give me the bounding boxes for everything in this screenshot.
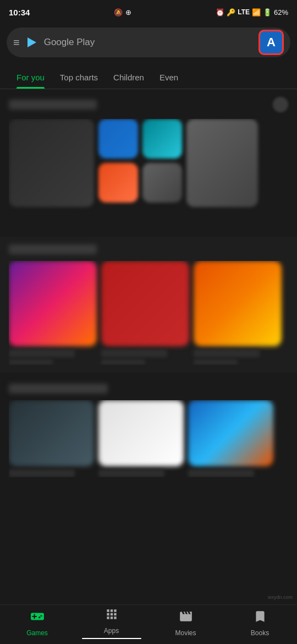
wide-card-sublabel-2 [101, 359, 145, 365]
battery-percent: 62% [274, 8, 288, 17]
section-3 [0, 376, 297, 485]
section-2-cards-row [9, 261, 288, 365]
nav-books[interactable]: Books [223, 609, 297, 637]
wide-card-label-1 [9, 350, 75, 357]
side-cards-group [98, 119, 138, 229]
movies-icon [179, 609, 193, 627]
nav-movies[interactable]: Movies [148, 609, 223, 637]
apps-label: Apps [104, 627, 119, 635]
status-time: 10:34 [9, 8, 30, 17]
section-1-header [9, 97, 288, 112]
watermark: wxydn.com [268, 594, 293, 600]
wide-card-icon-2 [101, 261, 189, 346]
app-card-s3-2[interactable] [98, 400, 184, 477]
section-3-cards-row [9, 400, 288, 477]
lte-icon: LTE [238, 8, 250, 16]
wide-card-sublabel-1 [9, 359, 53, 365]
app-card-s3-3[interactable] [188, 400, 273, 477]
s3-card-icon-1 [9, 400, 94, 466]
section-1-action-blur [273, 97, 288, 112]
avatar-letter: A [267, 35, 276, 50]
movies-label: Movies [175, 629, 196, 637]
s3-card-label-2 [98, 470, 164, 477]
user-avatar[interactable]: A [258, 30, 284, 55]
wide-card-icon-3 [194, 261, 282, 346]
nav-games[interactable]: Games [0, 609, 74, 637]
search-placeholder[interactable]: Google Play [44, 37, 253, 48]
s3-card-icon-3 [188, 400, 273, 466]
wide-card-sublabel-3 [194, 359, 238, 365]
wide-card-label-2 [101, 350, 167, 357]
tab-events[interactable]: Even [152, 73, 186, 89]
apps-icon [105, 607, 119, 625]
tab-top-charts[interactable]: Top charts [52, 73, 106, 89]
app-card-wide-2[interactable] [101, 261, 189, 365]
section-3-header [9, 384, 288, 394]
section-1-title-blur [9, 100, 97, 110]
s3-card-icon-2 [98, 400, 184, 466]
tab-children[interactable]: Children [106, 73, 152, 89]
section-1-cards-row [9, 119, 288, 229]
section-2-header [9, 244, 288, 254]
app-card-small-4[interactable] [142, 163, 182, 203]
main-content [0, 89, 297, 604]
app-card-s3-1[interactable] [9, 400, 94, 477]
key-icon: 🔑 [227, 8, 235, 17]
app-card-small-1[interactable] [98, 119, 138, 159]
games-icon [30, 609, 45, 627]
app-card-small-3[interactable] [142, 119, 182, 159]
apps-underline [82, 638, 141, 639]
books-label: Books [251, 629, 269, 637]
s3-card-label-1 [9, 470, 75, 477]
nav-apps[interactable]: Apps [74, 607, 148, 639]
featured-app-card-2[interactable] [186, 119, 258, 207]
alarm-icon: ⏰ [216, 8, 224, 17]
search-bar[interactable]: ≡ Google Play A [7, 28, 290, 57]
section-2 [0, 237, 297, 373]
tab-bar: For you Top charts Children Even [0, 61, 297, 89]
section-3-title-blur [9, 384, 108, 394]
section-1 [0, 89, 297, 233]
location-icon: ⊕ [125, 8, 131, 17]
featured-app-card-1[interactable] [9, 119, 94, 207]
battery-icon: 🔋 [263, 8, 272, 17]
app-card-wide-3[interactable] [194, 261, 282, 365]
books-icon [253, 609, 267, 627]
wide-card-icon-1 [9, 261, 97, 346]
status-bar: 10:34 🔕 ⊕ ⏰ 🔑 LTE 📶 🔋 62% [0, 0, 297, 24]
app-card-small-2[interactable] [98, 163, 138, 203]
notification-icon: 🔕 [114, 8, 123, 17]
s3-card-label-3 [188, 470, 254, 477]
status-right: ⏰ 🔑 LTE 📶 🔋 62% [216, 8, 288, 17]
play-triangle-icon [28, 37, 36, 47]
wide-card-label-3 [194, 350, 260, 357]
app-card-wide-1[interactable] [9, 261, 97, 365]
signal-icon: 📶 [252, 8, 261, 17]
status-icons: 🔕 ⊕ [114, 8, 131, 17]
games-label: Games [26, 629, 48, 637]
section-2-title-blur [9, 244, 97, 254]
bottom-nav: Games Apps Movies Books [0, 604, 297, 644]
tab-for-you[interactable]: For you [9, 73, 52, 89]
hamburger-icon[interactable]: ≡ [13, 36, 20, 49]
play-logo [25, 36, 38, 49]
